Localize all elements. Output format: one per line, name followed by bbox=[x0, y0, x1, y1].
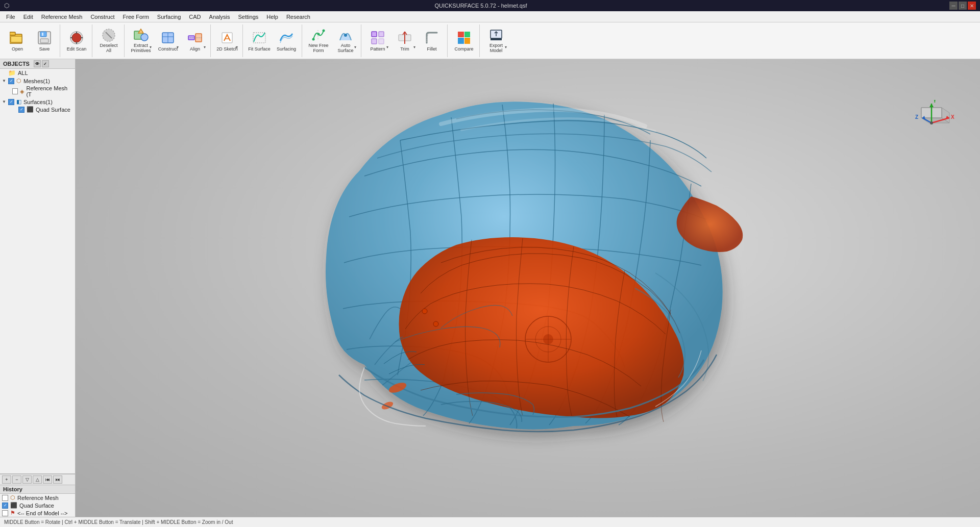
compare-label: Compare bbox=[454, 47, 473, 52]
svg-text:Y: Y bbox=[933, 100, 937, 104]
svg-rect-2 bbox=[11, 36, 22, 42]
edit-scan-button[interactable]: Edit Scan bbox=[63, 26, 90, 56]
tree-reference-mesh[interactable]: ◈ Reference Mesh (T bbox=[0, 85, 75, 98]
fit-surface-button[interactable]: Fit Surface bbox=[246, 26, 273, 56]
2d-sketch-button[interactable]: 2D Sketch bbox=[214, 26, 240, 56]
tree-all[interactable]: 📁 ALL bbox=[0, 69, 75, 77]
svg-point-16 bbox=[141, 34, 148, 41]
history-end-model[interactable]: ⚑ <-- End of Model --> bbox=[0, 509, 75, 517]
hist-refmesh-checkbox[interactable] bbox=[2, 495, 8, 501]
menu-construct[interactable]: Construct bbox=[86, 13, 118, 21]
check-icon-btn[interactable]: ✓ bbox=[42, 60, 49, 67]
compare-button[interactable]: Compare bbox=[451, 26, 477, 56]
history-toolbar: + − ▽ △ ⏮ ⏭ bbox=[0, 474, 75, 485]
menu-free-form[interactable]: Free Form bbox=[119, 13, 153, 21]
quad-surface-label: Quad Surface bbox=[36, 107, 70, 113]
tree-arrow-surfaces: ▼ bbox=[2, 99, 7, 104]
pattern-button[interactable]: Pattern bbox=[364, 26, 391, 56]
auto-surface-button[interactable]: Auto Surface bbox=[332, 26, 359, 56]
new-free-form-button[interactable]: New Free Form bbox=[305, 26, 332, 56]
save-button[interactable]: Save bbox=[31, 26, 58, 56]
hist-btn-4[interactable]: △ bbox=[33, 475, 42, 484]
svg-rect-39 bbox=[491, 38, 502, 40]
menu-reference-mesh[interactable]: Reference Mesh bbox=[37, 13, 87, 21]
tree-quad-surface[interactable]: ✓ ⬛ Quad Surface bbox=[0, 106, 75, 113]
hist-end-checkbox[interactable] bbox=[2, 510, 8, 516]
toolbar-group-sketch: 2D Sketch bbox=[212, 24, 243, 57]
tree-all-label: ALL bbox=[18, 70, 28, 76]
fillet-button[interactable]: Fillet bbox=[419, 26, 445, 56]
svg-point-28 bbox=[317, 33, 320, 35]
tree-surfaces[interactable]: ▼ ✓ ◧ Surfaces(1) bbox=[0, 98, 75, 106]
title-bar: ⬡ QUICKSURFACE 5.0.72 - helmet.qsf ─ □ ✕ bbox=[0, 0, 980, 11]
align-button[interactable]: Align bbox=[182, 26, 208, 56]
tree-meshes[interactable]: ▼ ✓ ⬡ Meshes(1) bbox=[0, 77, 75, 85]
surfacing-button[interactable]: Surfacing bbox=[273, 26, 300, 56]
pattern-label: Pattern bbox=[370, 47, 385, 52]
refmesh-checkbox[interactable] bbox=[12, 88, 18, 94]
menu-file[interactable]: File bbox=[2, 13, 19, 21]
eye-icon-btn[interactable]: 👁 bbox=[34, 60, 41, 67]
minimize-button[interactable]: ─ bbox=[949, 2, 958, 10]
surfaces-checkbox[interactable]: ✓ bbox=[8, 99, 14, 105]
menu-edit[interactable]: Edit bbox=[19, 13, 37, 21]
history-quad-surface[interactable]: ✓ ⬛ Quad Surface bbox=[0, 501, 75, 509]
menu-research[interactable]: Research bbox=[282, 13, 314, 21]
left-panel: OBJECTS 👁 ✓ 📁 ALL ▼ ✓ ⬡ Meshes(1) bbox=[0, 59, 76, 517]
svg-rect-6 bbox=[42, 33, 43, 36]
open-icon bbox=[9, 30, 26, 46]
extract-primitives-button[interactable]: Extract Primitives bbox=[128, 26, 154, 56]
deselect-all-button[interactable]: Deselect All bbox=[95, 26, 122, 56]
free-form-icon bbox=[310, 28, 327, 42]
svg-rect-1 bbox=[10, 32, 15, 35]
save-icon bbox=[36, 30, 53, 46]
svg-rect-32 bbox=[372, 32, 377, 37]
hist-quad-checkbox[interactable]: ✓ bbox=[2, 503, 8, 509]
menu-surfacing[interactable]: Surfacing bbox=[153, 13, 185, 21]
hist-btn-2[interactable]: − bbox=[12, 475, 21, 484]
menu-settings[interactable]: Settings bbox=[234, 13, 263, 21]
edit-scan-label: Edit Scan bbox=[67, 47, 87, 52]
history-section: + − ▽ △ ⏮ ⏭ History ⬡ Reference Mesh ✓ ⬛… bbox=[0, 474, 75, 517]
helmet-svg bbox=[298, 89, 757, 487]
history-title: History bbox=[3, 486, 22, 492]
fillet-icon bbox=[424, 30, 440, 46]
toolbar-group-edit: Edit Scan bbox=[61, 24, 92, 57]
export-model-button[interactable]: Export Model bbox=[483, 26, 509, 56]
trim-icon bbox=[397, 30, 413, 46]
window-controls: ─ □ ✕ bbox=[949, 2, 976, 10]
extract-primitives-label: Extract Primitives bbox=[129, 43, 153, 54]
axis-indicator: X Z Y bbox=[909, 100, 949, 141]
status-bar: MIDDLE Button = Rotate | Ctrl + MIDDLE B… bbox=[0, 517, 980, 527]
hist-btn-5[interactable]: ⏮ bbox=[43, 475, 52, 484]
hist-btn-1[interactable]: + bbox=[2, 475, 11, 484]
hist-btn-3[interactable]: ▽ bbox=[22, 475, 32, 484]
objects-section: OBJECTS 👁 ✓ 📁 ALL ▼ ✓ ⬡ Meshes(1) bbox=[0, 59, 75, 474]
open-button[interactable]: Open bbox=[4, 26, 31, 56]
close-button[interactable]: ✕ bbox=[968, 2, 976, 10]
meshes-checkbox[interactable]: ✓ bbox=[8, 78, 14, 84]
open-label: Open bbox=[12, 47, 23, 52]
align-icon bbox=[187, 30, 203, 46]
menu-cad[interactable]: CAD bbox=[185, 13, 205, 21]
hist-end-label: <-- End of Model --> bbox=[17, 510, 67, 516]
history-header: History bbox=[0, 485, 75, 494]
maximize-button[interactable]: □ bbox=[959, 2, 967, 10]
toolbar-group-freeform: New Free Form Auto Surface bbox=[303, 24, 361, 57]
trim-button[interactable]: Trim bbox=[391, 26, 418, 56]
menu-help[interactable]: Help bbox=[262, 13, 282, 21]
quad-checkbox[interactable]: ✓ bbox=[18, 107, 24, 113]
free-form-label: New Free Form bbox=[307, 43, 330, 54]
svg-marker-57 bbox=[929, 104, 934, 107]
construct-button[interactable]: Construct bbox=[155, 26, 181, 56]
svg-rect-35 bbox=[379, 39, 384, 44]
svg-point-8 bbox=[72, 33, 81, 42]
history-ref-mesh[interactable]: ⬡ Reference Mesh bbox=[0, 494, 75, 501]
toolbar-group-file: Open Save bbox=[2, 24, 60, 57]
hist-btn-6[interactable]: ⏭ bbox=[53, 475, 62, 484]
svg-text:X: X bbox=[951, 114, 954, 120]
menu-analysis[interactable]: Analysis bbox=[205, 13, 234, 21]
svg-rect-5 bbox=[40, 39, 48, 43]
3d-viewport[interactable]: X Z Y bbox=[76, 59, 980, 517]
surfaces-label: Surfaces(1) bbox=[23, 99, 53, 105]
